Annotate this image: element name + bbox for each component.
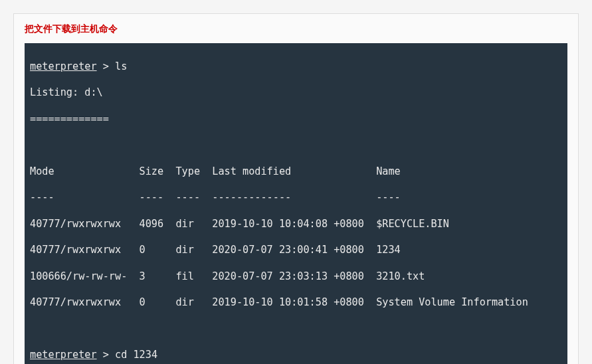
prompt-label: meterpreter — [30, 349, 97, 361]
listing-divider: ============= — [30, 113, 562, 126]
table-row: 40777/rwxrwxrwx 0 dir 2020-07-07 23:00:4… — [30, 244, 562, 257]
listing-header: Listing: d:\ — [30, 86, 562, 100]
command-text: cd 1234 — [115, 349, 157, 361]
table-row: 40777/rwxrwxrwx 4096 dir 2019-10-10 10:0… — [30, 218, 562, 231]
table-header: Mode Size Type Last modified Name — [30, 165, 562, 179]
table-row: 40777/rwxrwxrwx 0 dir 2019-10-10 10:01:5… — [30, 296, 562, 310]
prompt-sep: > — [97, 349, 115, 361]
blank-line — [30, 323, 562, 336]
code-block-container: 把文件下载到主机命令 meterpreter > ls Listing: d:\… — [13, 13, 579, 364]
table-row: 100666/rw-rw-rw- 3 fil 2020-07-07 23:03:… — [30, 270, 562, 284]
terminal-window[interactable]: meterpreter > ls Listing: d:\ ==========… — [25, 43, 567, 364]
section-heading: 把文件下载到主机命令 — [25, 23, 567, 35]
prompt-sep: > — [97, 60, 115, 72]
prompt-label: meterpreter — [30, 60, 97, 72]
command-text: ls — [115, 60, 127, 72]
blank-line — [30, 139, 562, 152]
prompt-line: meterpreter > cd 1234 — [30, 349, 562, 362]
prompt-line: meterpreter > ls — [30, 60, 562, 74]
table-divider: ---- ---- ---- ------------- ---- — [30, 191, 562, 205]
